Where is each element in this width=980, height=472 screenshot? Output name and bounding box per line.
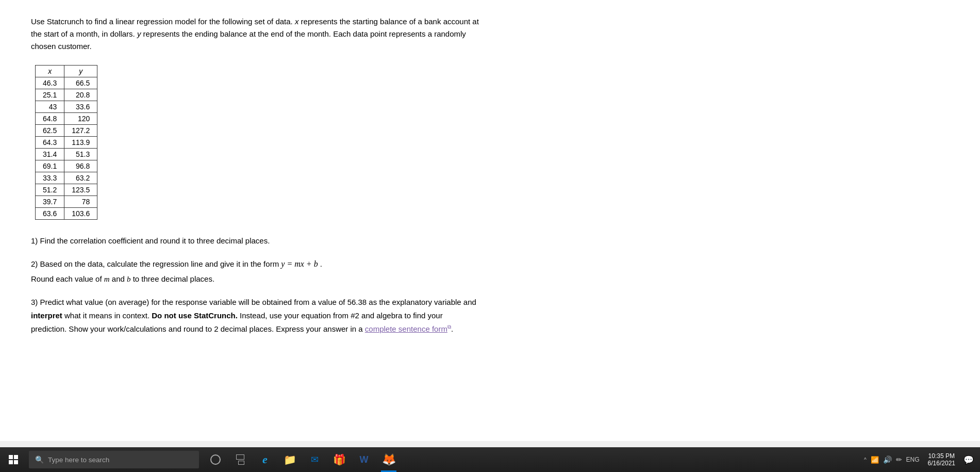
table-row: 63.6103.6 xyxy=(36,208,97,220)
word-button[interactable]: W xyxy=(352,447,376,472)
mail-icon: ✉ xyxy=(311,454,319,465)
q2-line2: Round each value of m and b to three dec… xyxy=(31,272,479,286)
search-bar[interactable]: 🔍 xyxy=(29,451,199,468)
tray-pen-icon[interactable]: ✏ xyxy=(896,455,902,464)
taskbar: 🔍 e 📁 ✉ 🎁 xyxy=(0,447,980,472)
table-cell-x: 31.4 xyxy=(36,149,64,160)
logo-quad-1 xyxy=(9,455,13,459)
table-row: 31.451.3 xyxy=(36,149,97,160)
table-cell-x: 62.5 xyxy=(36,125,64,137)
table-row: 64.3113.9 xyxy=(36,137,97,149)
table-cell-x: 64.8 xyxy=(36,113,64,125)
cortana-icon xyxy=(210,454,221,465)
tray-date-text: 6/16/2021 xyxy=(928,460,955,467)
table-row: 51.2123.5 xyxy=(36,184,97,196)
file-explorer-button[interactable]: 📁 xyxy=(277,447,302,472)
table-cell-y: 78 xyxy=(64,196,97,208)
table-row: 25.120.8 xyxy=(36,89,97,101)
windows-logo xyxy=(9,455,18,464)
table-cell-x: 63.6 xyxy=(36,208,64,220)
table-cell-x: 33.3 xyxy=(36,172,64,184)
table-cell-x: 43 xyxy=(36,101,64,113)
table-row: 69.196.8 xyxy=(36,160,97,172)
table-cell-x: 46.3 xyxy=(36,77,64,89)
logo-quad-2 xyxy=(14,455,18,459)
intro-text: Use Statcrunch to find a linear regressi… xyxy=(31,15,479,53)
tray-chevron-icon[interactable]: ^ xyxy=(864,457,867,463)
col-header-y: y xyxy=(64,66,97,77)
edge-button[interactable]: e xyxy=(253,447,277,472)
question-1: 1) Find the correlation coefficient and … xyxy=(31,234,479,248)
table-cell-x: 25.1 xyxy=(36,89,64,101)
table-row: 62.5127.2 xyxy=(36,125,97,137)
start-button[interactable] xyxy=(0,447,27,472)
firefox-icon: 🦊 xyxy=(382,453,396,466)
search-input[interactable] xyxy=(48,456,193,464)
table-cell-y: 20.8 xyxy=(64,89,97,101)
system-tray: ^ 📶 🔊 ✏ ENG 10:35 PM 6/16/2021 💬 xyxy=(864,451,980,468)
questions-section: 1) Find the correlation coefficient and … xyxy=(31,234,479,336)
logo-quad-4 xyxy=(14,460,18,464)
logo-quad-3 xyxy=(9,460,13,464)
main-content: Use Statcrunch to find a linear regressi… xyxy=(0,0,980,441)
question-2: 2) Based on the data, calculate the regr… xyxy=(31,257,479,286)
table-cell-x: 64.3 xyxy=(36,137,64,149)
firefox-button[interactable]: 🦊 xyxy=(376,447,401,472)
question-3: 3) Predict what value (on average) for t… xyxy=(31,296,479,336)
table-cell-y: 123.5 xyxy=(64,184,97,196)
q2-line1: 2) Based on the data, calculate the regr… xyxy=(31,257,479,271)
task-view-icon xyxy=(236,454,244,465)
table-cell-y: 33.6 xyxy=(64,101,97,113)
table-row: 39.778 xyxy=(36,196,97,208)
link-icon: ⧉ xyxy=(447,324,451,330)
table-row: 33.363.2 xyxy=(36,172,97,184)
col-header-x: x xyxy=(36,66,64,77)
tray-volume-icon[interactable]: 🔊 xyxy=(883,455,892,464)
table-cell-y: 127.2 xyxy=(64,125,97,137)
table-cell-y: 96.8 xyxy=(64,160,97,172)
edge-icon: e xyxy=(262,453,268,466)
table-row: 46.366.5 xyxy=(36,77,97,89)
q2-m: m xyxy=(104,275,110,283)
tray-notification-icon[interactable]: 💬 xyxy=(964,455,974,465)
q1-text: 1) Find the correlation coefficient and … xyxy=(31,234,479,248)
search-icon: 🔍 xyxy=(35,455,44,464)
task-view-rect1 xyxy=(236,454,244,460)
table-row: 4333.6 xyxy=(36,101,97,113)
cortana-button[interactable] xyxy=(203,447,228,472)
table-cell-y: 113.9 xyxy=(64,137,97,149)
word-icon: W xyxy=(360,454,369,465)
tray-language-label[interactable]: ENG xyxy=(906,456,920,463)
data-table: x y 46.366.525.120.84333.664.812062.5127… xyxy=(35,65,97,220)
table-row: 64.8120 xyxy=(36,113,97,125)
table-cell-x: 69.1 xyxy=(36,160,64,172)
tray-time-text: 10:35 PM xyxy=(928,452,955,460)
mail-button[interactable]: ✉ xyxy=(302,447,327,472)
tray-network-icon[interactable]: 📶 xyxy=(871,456,879,464)
task-view-rect2 xyxy=(238,461,244,465)
task-view-button[interactable] xyxy=(228,447,253,472)
table-cell-x: 39.7 xyxy=(36,196,64,208)
store-button[interactable]: 🎁 xyxy=(327,447,352,472)
q2-b: b xyxy=(127,275,131,283)
table-cell-y: 66.5 xyxy=(64,77,97,89)
complete-sentence-link[interactable]: complete sentence form xyxy=(365,324,447,333)
table-cell-y: 120 xyxy=(64,113,97,125)
file-explorer-icon: 📁 xyxy=(284,453,296,466)
q2-formula: y = mx + b xyxy=(281,259,318,268)
table-cell-y: 63.2 xyxy=(64,172,97,184)
q3-interpret: interpret xyxy=(31,311,62,320)
q3-do-not-use: Do not use StatCrunch. xyxy=(152,311,238,320)
store-icon: 🎁 xyxy=(333,453,346,466)
taskbar-icons: e 📁 ✉ 🎁 W 🦊 xyxy=(203,447,864,472)
table-cell-y: 51.3 xyxy=(64,149,97,160)
table-cell-x: 51.2 xyxy=(36,184,64,196)
table-cell-y: 103.6 xyxy=(64,208,97,220)
q3-text: 3) Predict what value (on average) for t… xyxy=(31,296,479,336)
tray-clock[interactable]: 10:35 PM 6/16/2021 xyxy=(924,451,959,468)
